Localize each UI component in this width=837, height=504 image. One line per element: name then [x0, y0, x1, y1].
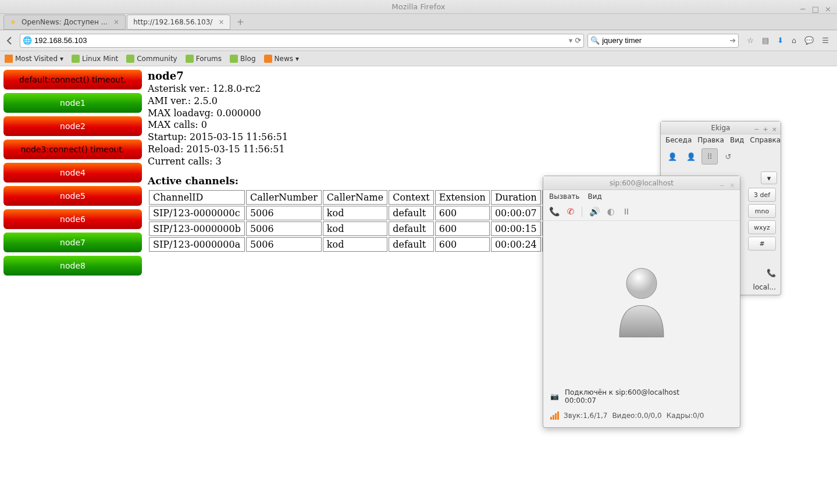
search-bar[interactable]: 🔍 ➔ [587, 34, 739, 48]
ekiga-titlebar[interactable]: Ekiga −+× [661, 121, 781, 134]
search-go-icon[interactable]: ➔ [729, 36, 736, 45]
node-button-6[interactable]: node6 [3, 209, 142, 229]
rss-icon [264, 55, 272, 63]
history-icon[interactable]: ↺ [720, 148, 736, 165]
url-input[interactable] [34, 36, 567, 45]
node-button-2[interactable]: node2 [3, 116, 142, 136]
node-info: node7 Asterisk ver.: 12.8.0-rc2AMI ver.:… [145, 66, 579, 256]
bookmark-linux-mint[interactable]: Linux Mint [72, 55, 118, 63]
table-header: Context [389, 190, 434, 205]
avatar-icon [610, 264, 674, 340]
url-bar[interactable]: 🌐 ▾ ⟳ [20, 34, 584, 48]
node-button-4[interactable]: node4 [3, 163, 142, 183]
home-icon[interactable]: ⌂ [792, 36, 796, 45]
table-header: CallerNumber [246, 190, 322, 205]
search-input[interactable] [602, 36, 727, 45]
maximize-icon[interactable]: + [763, 123, 768, 136]
node-button-8[interactable]: node8 [3, 256, 142, 276]
back-icon [5, 36, 15, 45]
call-toolbar: 📞 ✆ 🔊 ◐ ⏸ [543, 203, 740, 221]
call-icon[interactable]: 📞 [767, 269, 776, 277]
stats-audio: Звук:1,6/1,7 [564, 412, 607, 420]
ekiga-combo[interactable]: ▾ [761, 171, 777, 184]
info-line: Startup: 2015-03-15 11:56:51 [148, 131, 576, 144]
keypad-hash[interactable]: # [748, 237, 776, 251]
ekiga-menu-chat[interactable]: Беседа [665, 136, 692, 144]
channels-table: ChannelIDCallerNumberCallerNameContextEx… [148, 189, 576, 253]
ekiga-toolbar: 👤 👤 ⠿ ↺ [661, 146, 781, 167]
call-menubar: Вызвать Вид [543, 190, 740, 203]
node-button-7[interactable]: node7 [3, 233, 142, 252]
call-status: 📷 Подключён к sip:600@localhost 00:00:07 [543, 384, 740, 409]
table-cell: SIP/123-0000000a [149, 237, 245, 252]
ekiga-menu-edit[interactable]: Правка [697, 136, 724, 144]
tab-close-icon[interactable]: × [218, 18, 224, 26]
bookmark-news[interactable]: News▾ [264, 55, 299, 63]
back-button[interactable] [3, 34, 16, 47]
close-icon[interactable]: × [729, 178, 735, 192]
mint-icon [230, 55, 238, 63]
dropdown-icon[interactable]: ▾ [569, 36, 573, 45]
keypad-6[interactable]: mno [748, 204, 776, 218]
bookmark-most-visited[interactable]: Most Visited▾ [5, 55, 63, 63]
table-cell: 00:00:15 [491, 221, 541, 236]
table-header: CallerName [323, 190, 387, 205]
ekiga-call-window[interactable]: sip:600@localhost −× Вызвать Вид 📞 ✆ 🔊 ◐… [543, 176, 740, 428]
tab-close-icon[interactable]: × [113, 18, 119, 26]
table-header: ChannelID [149, 190, 245, 205]
table-cell: default [389, 237, 434, 252]
bookmark-blog[interactable]: Blog [230, 55, 256, 63]
info-line: Reload: 2015-03-15 11:56:51 [148, 144, 576, 156]
minimize-icon[interactable]: − [719, 178, 725, 192]
bookmark-community[interactable]: Community [126, 55, 177, 63]
tab-label: OpenNews: Доступен ... [22, 18, 108, 26]
reload-icon[interactable]: ⟳ [575, 36, 581, 45]
node-button-3[interactable]: node3:connect() timeout. [3, 140, 142, 159]
profile-icon[interactable]: 👤 [683, 148, 699, 165]
close-icon[interactable]: × [772, 123, 777, 136]
minimize-icon[interactable]: − [800, 2, 806, 16]
table-cell: default [389, 206, 434, 220]
pause-icon[interactable]: ⏸ [622, 206, 631, 217]
keypad-3[interactable]: 3 def [748, 188, 776, 202]
star-icon: ★ [10, 18, 18, 26]
bookmark-forums[interactable]: Forums [186, 55, 222, 63]
chat-icon[interactable]: 💬 [804, 36, 814, 45]
call-titlebar[interactable]: sip:600@localhost −× [543, 176, 740, 190]
ekiga-menu-help[interactable]: Справка [750, 136, 781, 144]
ekiga-menu-view[interactable]: Вид [730, 136, 744, 144]
hangup-icon[interactable]: ✆ [567, 206, 575, 217]
contacts-icon[interactable]: 👤 [664, 148, 681, 165]
new-tab-button[interactable]: + [231, 14, 248, 30]
ekiga-status: local... [753, 283, 776, 291]
call-duration: 00:00:07 [565, 396, 679, 405]
mint-icon [72, 55, 80, 63]
tab-current[interactable]: http://192.168.56.103/ × [127, 15, 230, 30]
library-icon[interactable]: ▤ [762, 36, 769, 45]
speaker-icon[interactable]: 🔊 [589, 206, 600, 217]
bookmark-star-icon[interactable]: ☆ [747, 36, 754, 45]
keypad-9[interactable]: wxyz [748, 220, 776, 234]
hold-icon[interactable]: ◐ [607, 206, 615, 217]
info-line: MAX calls: 0 [148, 119, 576, 131]
connection-status: Подключён к sip:600@localhost [565, 388, 679, 396]
maximize-icon[interactable]: □ [812, 2, 819, 16]
table-cell: 5006 [246, 237, 322, 252]
tab-opennews[interactable]: ★ OpenNews: Доступен ... × [3, 15, 126, 30]
call-menu-view[interactable]: Вид [588, 192, 602, 201]
dialpad-icon[interactable]: ⠿ [701, 148, 718, 165]
mint-icon [126, 55, 134, 63]
node-button-1[interactable]: node1 [3, 93, 142, 113]
call-menu-call[interactable]: Вызвать [549, 192, 580, 201]
menu-icon[interactable]: ☰ [822, 36, 829, 45]
node-button-5[interactable]: node5 [3, 186, 142, 206]
table-cell: SIP/123-0000000c [149, 206, 245, 220]
node-button-0[interactable]: default:connect() timeout. [3, 70, 142, 90]
pickup-icon[interactable]: 📞 [549, 206, 560, 217]
bookmarks-toolbar: Most Visited▾ Linux Mint Community Forum… [0, 51, 837, 66]
close-icon[interactable]: × [825, 2, 831, 16]
minimize-icon[interactable]: − [754, 123, 759, 136]
table-cell: SIP/123-0000000b [149, 221, 245, 236]
stats-frames: Кадры:0/0 [667, 412, 704, 420]
downloads-icon[interactable]: ⬇ [777, 36, 783, 45]
